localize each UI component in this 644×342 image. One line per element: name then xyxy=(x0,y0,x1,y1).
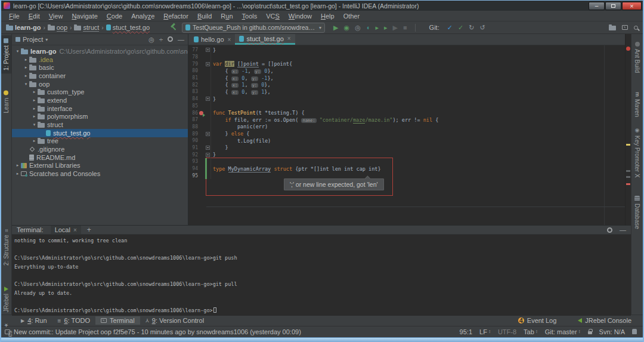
search-everywhere-button[interactable] xyxy=(634,26,638,30)
tree-arrow-icon[interactable]: ▸ xyxy=(31,138,38,143)
hide-button[interactable]: — xyxy=(178,36,184,43)
run-test-icon[interactable] xyxy=(199,111,203,115)
gear-icon[interactable] xyxy=(607,227,612,233)
line-number[interactable]: 91 xyxy=(188,145,198,150)
menu-item-other[interactable]: Other xyxy=(339,12,364,20)
tree-item-extend[interactable]: ▸extend xyxy=(12,96,188,104)
line-number[interactable]: 90 xyxy=(188,138,198,143)
tree-arrow-icon[interactable]: ▾ xyxy=(14,49,21,54)
stop-button[interactable]: ■ xyxy=(403,24,407,31)
close-icon[interactable]: × xyxy=(73,227,77,233)
toolwindow-button-terminal[interactable]: Terminal xyxy=(95,316,140,325)
tree-arrow-icon[interactable]: ▾ xyxy=(31,122,38,127)
jrebel-console-button[interactable]: JRebel Console xyxy=(572,316,637,325)
editor-tab-hello.go[interactable]: hello.go× xyxy=(190,34,235,45)
tool-strip-maven[interactable]: Maven xyxy=(631,89,643,120)
line-number[interactable]: 80 xyxy=(188,68,198,73)
code-area[interactable]: 77}7879var dir []point = []point{80 { x:… xyxy=(188,45,625,225)
attach-debugger-button[interactable]: ▸ xyxy=(384,24,388,31)
tree-arrow-icon[interactable]: ▸ xyxy=(14,171,21,176)
tool-strip-ant-build[interactable]: Ant Build xyxy=(631,39,643,76)
menu-item-analyze[interactable]: Analyze xyxy=(127,12,159,20)
tree-item-.idea[interactable]: ▸.idea xyxy=(12,56,188,64)
tree-arrow-icon[interactable]: ▸ xyxy=(31,106,38,111)
tree-item-struct[interactable]: ▾struct xyxy=(12,121,188,129)
menu-item-file[interactable]: File xyxy=(5,12,24,20)
toolwindow-button-9--version-control[interactable]: 9: Version Control xyxy=(140,316,209,325)
tree-arrow-icon[interactable]: ▾ xyxy=(23,82,29,87)
line-number[interactable]: 89 xyxy=(188,131,198,137)
line-number[interactable]: 85 xyxy=(188,103,198,109)
fold-icon[interactable] xyxy=(206,62,210,66)
tree-item-polymorphism[interactable]: ▸polymorphism xyxy=(12,113,188,121)
title-bar[interactable]: learn-go [C:\Users\Administrator\go\src\… xyxy=(1,1,643,11)
line-number[interactable]: 81 xyxy=(188,75,198,81)
menu-item-edit[interactable]: Edit xyxy=(24,12,44,20)
terminal-console[interactable]: nothing to commit, working tree cleanC:\… xyxy=(12,235,631,316)
tree-arrow-icon[interactable]: ▸ xyxy=(31,90,38,94)
scrollbar-thumb[interactable] xyxy=(626,176,630,178)
tree-item-external-libraries[interactable]: ▸External Libraries xyxy=(12,162,188,170)
fold-icon[interactable] xyxy=(206,146,210,150)
maximize-button[interactable] xyxy=(605,2,621,10)
project-structure-button[interactable] xyxy=(609,24,616,30)
menu-item-navigate[interactable]: Navigate xyxy=(67,12,101,20)
tree-arrow-icon[interactable]: ▸ xyxy=(23,73,29,78)
tool-strip-key-promoter-x[interactable]: Key Promoter X xyxy=(631,124,643,181)
menu-item-build[interactable]: Build xyxy=(193,12,216,20)
svn-status[interactable]: Svn: N/A xyxy=(599,328,625,335)
line-number[interactable]: 82 xyxy=(188,82,198,88)
terminal-toolbar-button[interactable] xyxy=(622,25,628,30)
tree-item-.gitignore[interactable]: .gitignore xyxy=(12,145,188,153)
fold-icon[interactable] xyxy=(206,48,210,52)
line-number[interactable]: 94 xyxy=(188,166,198,171)
line-number[interactable]: 92 xyxy=(188,152,198,158)
close-icon[interactable]: × xyxy=(228,36,231,43)
tree-arrow-icon[interactable]: ▸ xyxy=(23,65,29,70)
commit-button[interactable]: ✓ xyxy=(458,24,463,31)
tree-item-custom_type[interactable]: ▸custom_type xyxy=(12,88,188,96)
toolwindow-button-6--todo[interactable]: 6: TODO xyxy=(52,316,95,325)
menu-item-view[interactable]: View xyxy=(45,12,67,20)
coverage-button[interactable]: ◎ xyxy=(355,24,361,31)
breadcrumb-item-learn-go[interactable]: learn-go xyxy=(6,24,41,31)
tool-strip-jrebel[interactable]: JRebel xyxy=(1,284,11,315)
tree-arrow-icon[interactable]: ▸ xyxy=(14,163,21,168)
profiler-button[interactable]: ◖ xyxy=(366,24,370,31)
tree-item-learn-go[interactable]: ▾learn-goC:\Users\Administrator\go\src\g… xyxy=(12,47,188,56)
tool-strip-learn[interactable]: Learn xyxy=(1,88,11,116)
rerun-button[interactable]: ▶ xyxy=(392,24,397,31)
line-number[interactable]: 79 xyxy=(188,61,198,67)
update-project-button[interactable]: ✓ xyxy=(447,24,453,31)
menu-item-refactor[interactable]: Refactor xyxy=(159,12,193,20)
line-number[interactable]: 87 xyxy=(188,117,198,122)
caret-position[interactable]: 95:1 xyxy=(460,328,472,335)
tool-strip-database[interactable]: Database xyxy=(631,193,643,232)
close-icon[interactable]: × xyxy=(287,35,291,42)
menu-item-window[interactable]: Window xyxy=(284,12,316,20)
settings-button[interactable] xyxy=(168,36,173,43)
tree-item-scratches-and-consoles[interactable]: ▸Scratches and Consoles xyxy=(12,170,188,178)
line-number[interactable]: 95 xyxy=(188,173,198,178)
breadcrumb-item-stuct_test.go[interactable]: stuct_test.go xyxy=(106,24,150,31)
tree-item-tree[interactable]: ▸tree xyxy=(12,137,188,146)
tree-item-basic[interactable]: ▸basic xyxy=(12,63,188,72)
minimize-button[interactable]: – xyxy=(589,2,605,10)
line-ending-selector[interactable]: LF↕ xyxy=(479,328,491,335)
collapse-all-button[interactable]: ÷ xyxy=(159,36,163,43)
locate-button[interactable]: ◎ xyxy=(148,36,154,44)
project-view-selector[interactable]: Project ▾ xyxy=(16,36,48,43)
breadcrumb-item-struct[interactable]: struct xyxy=(74,24,99,32)
tree-item-interface[interactable]: ▸interface xyxy=(12,104,188,113)
menu-item-help[interactable]: Help xyxy=(317,12,339,20)
tree-item-readme.md[interactable]: README.md xyxy=(12,153,188,162)
scrollbar-error-stripe[interactable] xyxy=(625,34,631,225)
breadcrumb-item-oop[interactable]: oop xyxy=(48,24,67,32)
line-number[interactable]: 84 xyxy=(188,96,198,101)
fold-icon[interactable] xyxy=(206,153,210,157)
status-message[interactable]: New commit:: Update Project oop f2f5e75 … xyxy=(14,328,301,335)
indent-selector[interactable]: Tab↕ xyxy=(524,328,538,335)
error-stripe-mark[interactable] xyxy=(626,183,630,185)
run-button[interactable]: ▶ xyxy=(333,24,338,31)
terminal-tab-local[interactable]: Local × xyxy=(51,226,81,234)
